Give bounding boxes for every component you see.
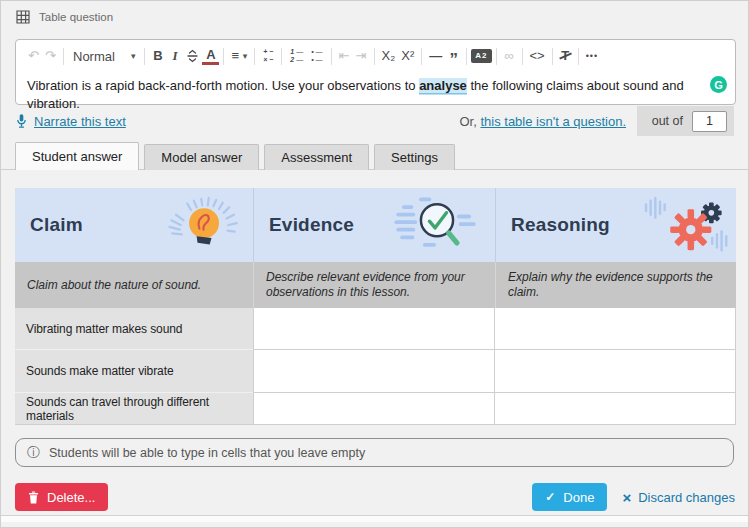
not-question-row: Or, this table isn't a question. <box>459 114 626 129</box>
math-list-bottom: × − <box>263 57 273 63</box>
evidence-answer-cell[interactable] <box>253 308 495 350</box>
discard-changes-link[interactable]: × Discard changes <box>622 490 735 505</box>
toolbar-divider <box>254 48 255 65</box>
grammarly-highlighted-word[interactable]: analyse <box>419 78 467 93</box>
align-icon[interactable]: ≡ ▾ <box>228 41 250 71</box>
evidence-answer-cell[interactable] <box>253 393 495 425</box>
evidence-answer-cell[interactable] <box>253 350 495 393</box>
or-prefix: Or, <box>459 114 480 129</box>
header-cell-reasoning[interactable]: Reasoning <box>495 188 736 262</box>
question-text-input[interactable]: Vibration is a rapid back-and-forth moti… <box>16 72 735 118</box>
ordered-list-icon[interactable]: 1 — 2 — <box>286 49 307 63</box>
magnifier-check-icon <box>385 195 489 255</box>
points-box: out of <box>637 106 734 136</box>
table-question-editor: Table question ↶ ↷ Normal ▾ B I A ≡ ▾ <box>0 0 749 528</box>
italic-icon[interactable]: I <box>166 41 183 71</box>
points-input[interactable] <box>692 111 727 132</box>
narrate-label: Narrate this text <box>34 114 126 129</box>
editor-toolbar: ↶ ↷ Normal ▾ B I A ≡ ▾ + − × − <box>16 40 735 72</box>
table-row: Sounds make matter vibrate <box>15 350 736 393</box>
indent-icon[interactable]: ⇥ <box>353 41 370 71</box>
blockquote-icon[interactable]: ” <box>445 41 462 71</box>
toolbar-divider <box>496 48 497 65</box>
chevron-down-icon: ▾ <box>131 51 136 61</box>
microphone-icon <box>16 113 27 129</box>
toolbar-divider <box>466 48 467 65</box>
hint-cell-claim[interactable]: Claim about the nature of sound. <box>15 262 253 308</box>
text-color-icon[interactable]: A <box>202 48 219 65</box>
tab-assessment[interactable]: Assessment <box>264 144 369 170</box>
undo-icon[interactable]: ↶ <box>25 41 42 71</box>
reasoning-answer-cell[interactable] <box>495 393 736 425</box>
horizontal-rule-icon[interactable]: — <box>426 41 445 71</box>
more-options-icon[interactable]: ••• <box>583 41 601 71</box>
outdent-icon[interactable]: ⇤ <box>336 41 353 71</box>
question-type-label: Table question <box>39 11 113 23</box>
done-label: Done <box>563 490 594 505</box>
narrate-link[interactable]: Narrate this text <box>16 113 126 129</box>
bullet-list-icon[interactable]: • — • — <box>307 49 326 63</box>
discard-label: Discard changes <box>638 490 735 505</box>
reasoning-answer-cell[interactable] <box>495 308 736 350</box>
toolbar-divider <box>63 48 64 65</box>
close-icon: × <box>622 491 631 504</box>
tab-student-answer[interactable]: Student answer <box>15 142 139 170</box>
clear-formatting-icon[interactable]: T <box>557 41 574 71</box>
panel-bottom-edge <box>1 515 749 522</box>
grammarly-icon[interactable]: G <box>710 76 727 93</box>
paragraph-style-value: Normal <box>73 49 115 64</box>
toolbar-divider <box>552 48 553 65</box>
tab-settings[interactable]: Settings <box>374 144 455 170</box>
ordered-list-bottom: 2 — <box>290 57 303 63</box>
toolbar-divider <box>331 48 332 65</box>
toolbar-divider <box>374 48 375 65</box>
done-button[interactable]: ✓ Done <box>532 483 607 511</box>
table-hint-row: Claim about the nature of sound. Describ… <box>15 262 736 308</box>
superscript-icon[interactable]: X² <box>398 41 417 71</box>
header-cell-evidence[interactable]: Evidence <box>253 188 495 262</box>
hint-cell-evidence[interactable]: Describe relevant evidence from your obs… <box>253 262 495 308</box>
footer-actions: ✓ Done × Discard changes <box>532 483 735 511</box>
trash-icon <box>28 491 39 504</box>
delete-button[interactable]: Delete... <box>15 483 108 511</box>
math-list-top: + − <box>263 49 273 55</box>
toolbar-divider <box>421 48 422 65</box>
tab-model-answer[interactable]: Model answer <box>144 144 259 170</box>
rich-text-editor: ↶ ↷ Normal ▾ B I A ≡ ▾ + − × − <box>15 39 736 105</box>
student-answer-panel: Claim <box>1 170 749 522</box>
out-of-label: out of <box>652 114 683 128</box>
chevron-down-icon: ▾ <box>243 41 248 71</box>
info-icon: ⓘ <box>27 444 40 462</box>
paragraph-style-select[interactable]: Normal ▾ <box>68 49 140 64</box>
bold-icon[interactable]: B <box>149 41 166 71</box>
toolbar-divider <box>144 48 145 65</box>
code-icon[interactable]: <> <box>527 41 548 71</box>
table-grid-icon <box>16 10 30 24</box>
toolbar-divider <box>281 48 282 65</box>
a2-glossary-icon[interactable]: A2 <box>471 49 491 63</box>
not-question-link[interactable]: this table isn't a question. <box>480 114 626 129</box>
lightbulb-icon <box>135 193 247 257</box>
reasoning-answer-cell[interactable] <box>495 350 736 393</box>
column-title: Evidence <box>269 214 354 236</box>
toolbar-divider <box>522 48 523 65</box>
link-icon[interactable]: ∞ <box>501 41 518 71</box>
subscript-icon[interactable]: X₂ <box>379 41 399 71</box>
info-text: Students will be able to type in cells t… <box>49 446 365 460</box>
check-icon: ✓ <box>545 490 555 504</box>
math-list-icon[interactable]: + − × − <box>259 49 277 63</box>
bullet-list-top: • — <box>311 49 322 55</box>
ordered-list-top: 1 — <box>290 49 303 55</box>
question-type-header: Table question <box>16 10 113 24</box>
claim-label-cell[interactable]: Sounds make matter vibrate <box>15 350 253 393</box>
table-header-row: Claim <box>15 188 736 262</box>
column-title: Reasoning <box>511 214 610 236</box>
table-row: Sounds can travel through different mate… <box>15 393 736 425</box>
hint-cell-reasoning[interactable]: Explain why the evidence supports the cl… <box>495 262 736 308</box>
delete-label: Delete... <box>47 490 95 505</box>
redo-icon[interactable]: ↷ <box>42 41 59 71</box>
line-spacing-icon[interactable] <box>183 41 202 71</box>
claim-label-cell[interactable]: Sounds can travel through different mate… <box>15 393 253 425</box>
header-cell-claim[interactable]: Claim <box>15 188 253 262</box>
claim-label-cell[interactable]: Vibrating matter makes sound <box>15 308 253 350</box>
